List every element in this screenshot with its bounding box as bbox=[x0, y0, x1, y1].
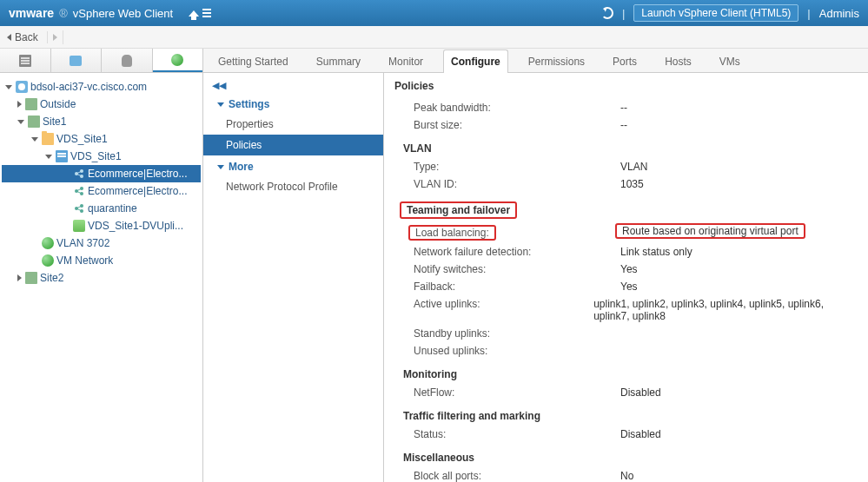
row-unused-uplinks: Unused uplinks: bbox=[394, 342, 858, 360]
value: No bbox=[620, 470, 633, 482]
brand-product: vSphere Web Client bbox=[73, 7, 173, 20]
brand: vmware ® vSphere Web Client bbox=[9, 6, 173, 20]
key: NetFlow: bbox=[414, 386, 613, 399]
menu-icon bbox=[202, 9, 211, 17]
tab-ports[interactable]: Ports bbox=[605, 50, 645, 73]
home-button[interactable] bbox=[189, 9, 211, 17]
tree-vcenter[interactable]: bdsol-aci37-vc.cisco.com bbox=[2, 78, 201, 96]
tree-dvswitch[interactable]: VDS_Site1 bbox=[2, 148, 201, 165]
home-icon bbox=[189, 10, 199, 17]
sidebar-item-npp[interactable]: Network Protocol Profile bbox=[203, 176, 383, 197]
brand-vmware: vmware bbox=[9, 6, 54, 20]
user-menu[interactable]: Adminis bbox=[819, 7, 859, 20]
inventory-pane: bdsol-aci37-vc.cisco.com Outside Site1 V… bbox=[0, 49, 203, 482]
section-teaming: Teaming and failover bbox=[400, 201, 517, 219]
key: VLAN ID: bbox=[414, 178, 613, 190]
value: Link status only bbox=[620, 246, 692, 258]
tab-monitor[interactable]: Monitor bbox=[381, 50, 431, 73]
sidebar-item-properties[interactable]: Properties bbox=[203, 114, 383, 135]
inventory-tabs bbox=[0, 49, 202, 73]
inventory-tab-vms[interactable] bbox=[51, 49, 103, 72]
row-vlan-type: Type: VLAN bbox=[394, 158, 858, 175]
datacenter-icon bbox=[25, 98, 37, 110]
network-icon bbox=[42, 254, 54, 267]
value: -- bbox=[620, 119, 627, 131]
sidebar-group-settings[interactable]: Settings bbox=[203, 93, 383, 114]
tree-portgroup[interactable]: Ecommerce|Electro... bbox=[2, 182, 201, 200]
tree-dvuplink[interactable]: VDS_Site1-DVUpli... bbox=[2, 217, 201, 234]
row-network-failure-detection: Network failure detection: Link status o… bbox=[394, 243, 858, 261]
tab-vms[interactable]: VMs bbox=[712, 50, 748, 73]
forward-button[interactable] bbox=[53, 34, 57, 41]
separator: | bbox=[807, 7, 810, 20]
value: VLAN bbox=[620, 161, 647, 173]
row-load-balancing: Load balancing: Route based on originati… bbox=[394, 222, 858, 243]
tree-label: VLAN 3702 bbox=[56, 237, 109, 249]
object-tabs: Getting Started Summary Monitor Configur… bbox=[203, 49, 868, 73]
back-label: Back bbox=[15, 31, 38, 43]
tree-folder-vds[interactable]: VDS_Site1 bbox=[2, 130, 201, 148]
tree-label: VDS_Site1 bbox=[56, 133, 108, 145]
value: Disabled bbox=[620, 386, 661, 399]
tab-permissions[interactable]: Permissions bbox=[520, 50, 593, 73]
sidebar-group-more[interactable]: More bbox=[203, 155, 383, 176]
tree-label: quarantine bbox=[88, 202, 137, 215]
inventory-tab-hosts[interactable] bbox=[0, 49, 51, 72]
tab-getting-started[interactable]: Getting Started bbox=[210, 50, 296, 73]
key: Peak bandwidth: bbox=[414, 102, 613, 114]
tab-hosts[interactable]: Hosts bbox=[657, 50, 699, 73]
key: Failback: bbox=[414, 281, 613, 293]
tab-summary[interactable]: Summary bbox=[308, 50, 368, 73]
value: Route based on originating virtual port bbox=[615, 223, 805, 239]
key: Notify switches: bbox=[414, 263, 613, 275]
portgroup-icon bbox=[73, 185, 85, 197]
value: uplink1, uplink2, uplink3, uplink4, upli… bbox=[593, 298, 858, 322]
history-bar: Back bbox=[0, 26, 868, 49]
refresh-icon[interactable] bbox=[601, 7, 613, 19]
key: Type: bbox=[414, 161, 613, 173]
section-vlan: VLAN bbox=[403, 142, 858, 155]
tree-network-vlan3702[interactable]: VLAN 3702 bbox=[2, 234, 201, 252]
row-standby-uplinks: Standby uplinks: bbox=[394, 325, 858, 342]
row-burst-size: Burst size: -- bbox=[394, 116, 858, 134]
sidebar-item-policies[interactable]: Policies bbox=[203, 135, 383, 155]
collapse-button[interactable]: ◀◀ bbox=[203, 78, 383, 93]
tree-portgroup-quarantine[interactable]: quarantine bbox=[2, 200, 201, 217]
tree-label: VDS_Site1 bbox=[70, 150, 122, 162]
tree-label: VM Network bbox=[56, 254, 113, 267]
row-notify-switches: Notify switches: Yes bbox=[394, 261, 858, 278]
inventory-tab-networking[interactable] bbox=[153, 49, 203, 72]
tree-label: Ecommerce|Electro... bbox=[88, 168, 187, 180]
back-button[interactable]: Back bbox=[7, 31, 48, 43]
tab-configure[interactable]: Configure bbox=[443, 50, 508, 73]
separator: | bbox=[622, 7, 625, 20]
inventory-tab-storage[interactable] bbox=[102, 49, 153, 72]
folder-icon bbox=[42, 133, 54, 145]
topbar: vmware ® vSphere Web Client | Launch vSp… bbox=[0, 0, 868, 26]
tree-label: Site2 bbox=[40, 272, 63, 284]
launch-html5-button[interactable]: Launch vSphere Client (HTML5) bbox=[633, 4, 798, 22]
row-block-all-ports: Block all ports: No bbox=[394, 467, 858, 482]
value: -- bbox=[620, 102, 627, 114]
tree-label: Outside bbox=[40, 98, 76, 110]
row-failback: Failback: Yes bbox=[394, 278, 858, 295]
datacenter-icon bbox=[25, 272, 37, 284]
tree-datacenter-site2[interactable]: Site2 bbox=[2, 269, 201, 287]
separator bbox=[63, 30, 63, 44]
tree-datacenter-outside[interactable]: Outside bbox=[2, 96, 201, 113]
row-tfm-status: Status: Disabled bbox=[394, 426, 858, 443]
portgroup-icon bbox=[73, 168, 85, 180]
hosts-icon bbox=[19, 55, 31, 67]
value: Yes bbox=[620, 263, 638, 275]
configure-sidebar: ◀◀ Settings Properties Policies More Net… bbox=[203, 73, 384, 482]
section-traffic-filtering: Traffic filtering and marking bbox=[403, 410, 858, 422]
tree-datacenter-site1[interactable]: Site1 bbox=[2, 113, 201, 130]
key: Active uplinks: bbox=[414, 298, 586, 322]
uplink-icon bbox=[73, 220, 85, 232]
vcenter-icon bbox=[16, 81, 28, 93]
chevron-left-icon bbox=[7, 34, 11, 41]
section-monitoring: Monitoring bbox=[403, 368, 858, 380]
tree-portgroup-selected[interactable]: Ecommerce|Electro... bbox=[2, 165, 201, 182]
tree-label: Site1 bbox=[43, 116, 66, 128]
tree-network-vmnetwork[interactable]: VM Network bbox=[2, 252, 201, 269]
